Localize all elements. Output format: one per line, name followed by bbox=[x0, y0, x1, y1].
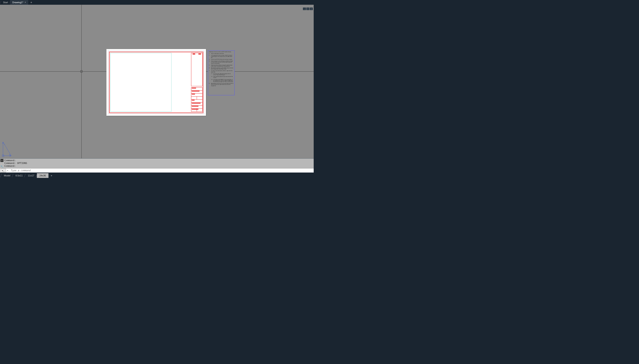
tip-5: Double click the title block to change t… bbox=[211, 64, 234, 67]
title-block-lower bbox=[191, 87, 202, 112]
maximize-button[interactable]: □ bbox=[306, 8, 309, 10]
minimize-button[interactable]: — bbox=[303, 8, 306, 10]
command-history-line: Command: bbox=[4, 164, 313, 167]
tip-7-1: On the new tab, right click that layout … bbox=[213, 73, 234, 75]
paper-sheet[interactable] bbox=[106, 49, 206, 116]
tip-6: Block Edit the title block to edit the M… bbox=[211, 67, 234, 70]
close-icon[interactable]: × bbox=[25, 1, 26, 4]
tab-start[interactable]: Start bbox=[1, 0, 10, 5]
tip-7: To create a new, blank sheet, click the … bbox=[211, 70, 234, 72]
tab-label: Drawing1* bbox=[12, 1, 23, 4]
ucs-icon: Y X bbox=[2, 141, 12, 157]
tab-label: Start bbox=[3, 1, 8, 4]
title-block-upper bbox=[191, 53, 202, 86]
wrench-icon[interactable]: 🔧 bbox=[1, 165, 4, 168]
command-prompt-icon[interactable]: ▸_ bbox=[1, 169, 6, 172]
layout-tab-label: 8.5x11 bbox=[16, 174, 23, 177]
command-history-line: Command: OPTIONS bbox=[4, 162, 313, 164]
layout-tab-model[interactable]: Model bbox=[1, 173, 13, 178]
tip-2: In the appropriate sheet size layout, ad… bbox=[211, 55, 234, 58]
tips-intro: Simple tips on how to use this Land F/X … bbox=[209, 51, 234, 52]
add-layout-button[interactable]: + bbox=[49, 174, 55, 177]
title-block[interactable] bbox=[191, 53, 202, 112]
command-input-row: ▸_ ▼ bbox=[0, 168, 314, 172]
layout-tab-11x17[interactable]: 11x17 bbox=[25, 173, 37, 178]
command-line-panel: × 🔧 Command: Command: OPTIONS Command: ▸… bbox=[0, 158, 314, 172]
layout-tab-label: 11x17 bbox=[28, 174, 34, 177]
tip-4: Some text objects in the title block are… bbox=[211, 60, 234, 64]
crosshair-pickbox bbox=[80, 70, 83, 72]
layout-tab-24x36[interactable]: 24x36 bbox=[37, 173, 49, 178]
command-history-line: Command: bbox=[4, 159, 313, 162]
crosshair-vertical bbox=[81, 5, 82, 158]
tip-7-2: Then choose the page size you want and c… bbox=[213, 76, 234, 78]
close-icon[interactable]: × bbox=[1, 159, 4, 162]
command-history[interactable]: × 🔧 Command: Command: OPTIONS Command: bbox=[0, 158, 314, 168]
layout-tab-8-5x11[interactable]: 8.5x11 bbox=[13, 173, 25, 178]
drawing-canvas[interactable]: — □ × Y X bbox=[0, 5, 314, 158]
tip-3: Use the Land F/X Plot Scale tool to scal… bbox=[211, 59, 234, 60]
tip-7-3: In the layout, type INSERT in the comman… bbox=[213, 79, 234, 82]
tip-8: After getting to know how to use this ti… bbox=[211, 83, 234, 86]
layout-tab-label: Model bbox=[4, 174, 10, 177]
layout-tab-label: 24x36 bbox=[40, 174, 46, 177]
chevron-down-icon[interactable]: ▼ bbox=[6, 170, 9, 171]
command-input[interactable] bbox=[9, 169, 314, 172]
close-button[interactable]: × bbox=[310, 8, 313, 10]
template-tips-box[interactable]: Simple tips on how to use this Land F/X … bbox=[208, 50, 235, 95]
svg-text:Y: Y bbox=[4, 144, 5, 145]
tab-drawing1[interactable]: Drawing1* × bbox=[10, 0, 28, 5]
layout-tab-bar: Model 8.5x11 11x17 24x36 + bbox=[0, 172, 314, 178]
viewport-window-controls: — □ × bbox=[303, 8, 313, 10]
tip-1: Draw in model space at full scale. bbox=[211, 53, 234, 54]
svg-text:X: X bbox=[9, 154, 10, 156]
layout-viewport[interactable] bbox=[110, 53, 171, 112]
file-tab-bar: Start Drawing1* × + bbox=[0, 0, 314, 5]
new-tab-button[interactable]: + bbox=[28, 1, 34, 4]
